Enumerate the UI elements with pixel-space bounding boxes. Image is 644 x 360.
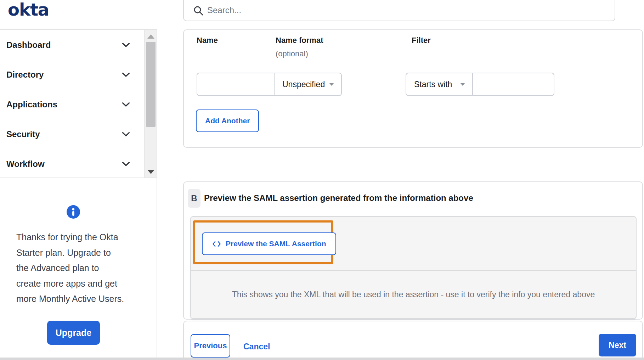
attribute-name-input[interactable] <box>197 73 275 96</box>
sidebar-item-label: Applications <box>6 100 57 109</box>
column-subheader-optional: (optional) <box>276 49 308 58</box>
trial-text-line: Thanks for trying the Okta <box>16 230 124 245</box>
preview-description-text: This shows you the XML that will be used… <box>232 290 595 299</box>
scrollbar-thumb[interactable] <box>146 42 156 127</box>
column-header-filter: Filter <box>412 36 431 45</box>
code-icon <box>212 241 221 247</box>
trial-text-line: Starter plan. Upgrade to <box>16 245 124 261</box>
window-bottom-edge <box>0 358 644 360</box>
filter-type-select[interactable]: Starts with <box>406 73 473 96</box>
add-another-button[interactable]: Add Another <box>196 109 259 132</box>
chevron-down-icon <box>122 72 130 77</box>
trial-text-line: the Advanced plan to <box>16 260 124 276</box>
cancel-link[interactable]: Cancel <box>243 342 270 351</box>
preview-assertion-card: B Preview the SAML assertion generated f… <box>183 181 643 320</box>
select-value: Starts with <box>414 80 452 89</box>
upgrade-button[interactable]: Upgrade <box>47 321 100 345</box>
scroll-down-arrow-icon[interactable] <box>147 170 154 174</box>
sidebar-scrollbar[interactable] <box>144 30 157 178</box>
sidebar-nav-bottom-divider <box>0 178 157 178</box>
sidebar-item-label: Workflow <box>6 159 45 169</box>
select-value: Unspecified <box>282 80 325 89</box>
sidebar-item-dashboard[interactable]: Dashboard <box>0 30 144 60</box>
sidebar-item-directory[interactable]: Directory <box>0 60 144 90</box>
scroll-up-arrow-icon[interactable] <box>147 34 154 39</box>
column-header-name: Name <box>197 36 218 45</box>
sidebar-item-security[interactable]: Security <box>0 119 144 149</box>
previous-button[interactable]: Previous <box>191 334 230 358</box>
sidebar-nav: Dashboard Directory Applications Securit… <box>0 30 144 178</box>
sidebar-item-workflow[interactable]: Workflow <box>0 149 144 179</box>
preview-description-panel: This shows you the XML that will be used… <box>190 271 637 319</box>
sidebar-item-label: Directory <box>6 70 44 80</box>
step-b-badge: B <box>188 189 200 208</box>
next-button[interactable]: Next <box>599 334 636 356</box>
sidebar-item-applications[interactable]: Applications <box>0 90 144 119</box>
trial-text-line: more Monthly Active Users. <box>16 291 124 307</box>
trial-text-line: create more apps and get <box>16 276 124 292</box>
search-bar <box>183 0 615 21</box>
preview-section-heading: Preview the SAML assertion generated fro… <box>204 193 473 203</box>
preview-saml-assertion-button[interactable]: Preview the SAML Assertion <box>202 232 336 255</box>
preview-button-label: Preview the SAML Assertion <box>226 240 326 248</box>
sidebar-right-divider <box>157 29 157 358</box>
filter-value-input[interactable] <box>472 73 554 96</box>
dropdown-caret-icon <box>460 83 465 86</box>
sidebar-item-label: Dashboard <box>6 40 51 50</box>
chevron-down-icon <box>122 162 130 167</box>
chevron-down-icon <box>122 43 130 47</box>
okta-admin-console: okta Dashboard Directory Applications Se… <box>0 0 644 360</box>
wizard-footer: Previous Cancel Next <box>183 321 643 360</box>
chevron-down-icon <box>122 132 130 137</box>
name-format-select[interactable]: Unspecified <box>274 73 342 96</box>
trial-notice-text: Thanks for trying the Okta Starter plan.… <box>16 230 124 307</box>
column-header-name-format: Name format <box>276 36 323 45</box>
chevron-down-icon <box>122 102 130 107</box>
info-icon <box>66 205 80 219</box>
attribute-statements-card: Name Name format (optional) Filter Unspe… <box>183 29 643 148</box>
sidebar-item-label: Security <box>6 129 40 139</box>
search-input[interactable] <box>184 0 615 21</box>
okta-logo[interactable]: okta <box>8 0 49 20</box>
dropdown-caret-icon <box>329 83 334 86</box>
